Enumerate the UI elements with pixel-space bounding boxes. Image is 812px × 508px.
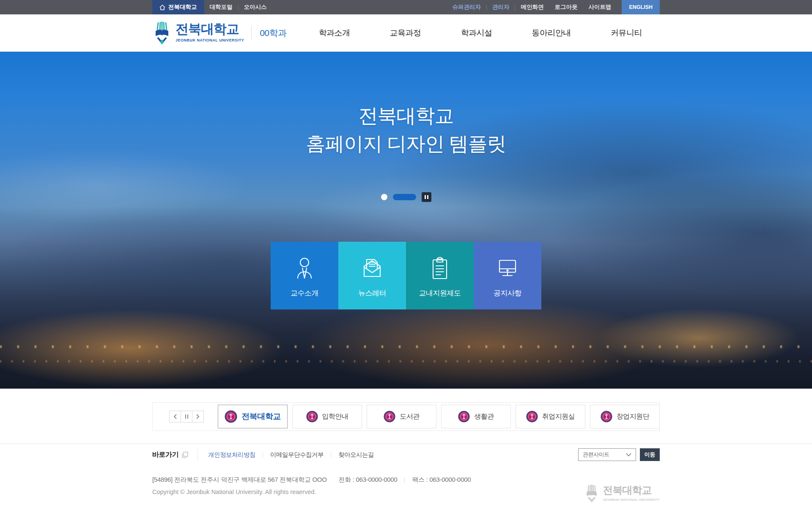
carousel-active-indicator[interactable] [393,194,416,200]
address-row: [54896] 전라북도 전주시 덕진구 백제대로 567 전북대학교 OOO … [152,476,660,484]
footer-bottom: [54896] 전라북도 전주시 덕진구 백제대로 567 전북대학교 OOO … [0,465,812,495]
nav-item-facilities[interactable]: 학과시설 [461,28,492,39]
site-card-label: 도서관 [400,412,420,421]
nav-item-curriculum[interactable]: 교육과정 [390,28,421,39]
site-card-university[interactable]: 전북대학교 [218,405,288,428]
carousel-indicators [0,192,812,202]
footer-link-directions[interactable]: 찾아오시는길 [338,451,374,459]
university-seal-icon [225,410,237,423]
person-icon [293,254,316,282]
english-button[interactable]: ENGLISH [622,0,660,14]
sites-prev-button[interactable] [169,411,181,422]
quick-card-professors[interactable]: 교수소개 [271,242,338,309]
quick-card-label: 공지사항 [494,288,521,298]
site-cards: 전북대학교 입학안내 도서관 [218,405,660,428]
site-card-startup[interactable]: 창업지원단 [590,405,660,428]
hero-banner: 전북대학교 홈페이지 디자인 템플릿 교수소개 [0,52,812,389]
quick-card-newsletter[interactable]: 뉴스레터 [338,242,406,309]
chevron-right-icon [196,414,200,419]
shortcut-label[interactable]: 바로가기 [152,450,178,459]
hero-title: 전북대학교 홈페이지 디자인 템플릿 [0,102,812,157]
sites-pause-button[interactable] [181,411,192,422]
sites-carousel-controls [170,411,204,422]
footer-link-no-email[interactable]: 이메일무단수집거부 [270,451,324,459]
logo-subtitle: JEONBUK NATIONAL UNIVERSITY [176,38,244,42]
university-seal-icon [384,411,395,422]
pause-icon [185,414,188,419]
site-card-label: 전북대학교 [241,411,281,422]
site-card-label: 생활관 [474,412,494,421]
address-text: [54896] 전라북도 전주시 덕진구 백제대로 567 전북대학교 OOO [152,476,327,484]
department-name: 00학과 [260,27,286,39]
hero-title-line2: 홈페이지 디자인 템플릿 [0,130,812,157]
site-card-label: 입학안내 [322,412,348,421]
quick-card-label: 교내지원제도 [419,288,461,298]
footer-links-right: 관련사이트 이동 [578,448,660,461]
university-emblem-icon [584,484,599,503]
sites-next-button[interactable] [192,411,204,422]
home-icon [159,5,165,10]
nav-item-community[interactable]: 커뮤니티 [611,28,642,39]
site-card-library[interactable]: 도서관 [367,405,436,428]
footer-logo-text: 전북대학교 JEONBUK NATIONAL UNIVERSITY [603,485,660,502]
topbar-link-sitemap[interactable]: 사이트맵 [583,3,617,11]
topbar-home-tab[interactable]: 전북대학교 [152,0,204,14]
city-lights-decor [0,360,812,362]
site-card-label: 취업지원실 [542,412,575,421]
footer-logo-title: 전북대학교 [603,485,660,495]
topbar-home-label: 전북대학교 [168,3,197,11]
site-card-label: 창업지원단 [617,412,650,421]
city-lights-decor [0,345,812,348]
quick-card-notice[interactable]: 공지사항 [474,242,541,309]
divider [198,448,198,461]
site-card-admissions[interactable]: 입학안내 [292,405,362,428]
topbar-link-portal[interactable]: 대학포털 [204,3,238,11]
carousel-dot[interactable] [381,194,387,200]
university-emblem-icon [152,22,172,44]
site-card-dormitory[interactable]: 생활관 [441,405,511,428]
nav-item-clubs[interactable]: 동아리안내 [532,28,571,39]
go-button[interactable]: 이동 [640,448,660,461]
carousel-pause-button[interactable] [422,192,431,202]
quick-card-label: 교수소개 [291,288,318,298]
hero-title-line1: 전북대학교 [0,102,812,130]
site-card-career[interactable]: 취업지원실 [516,405,585,428]
fax-text: 팩스 : 063-0000-0000 [412,476,471,484]
page: 전북대학교 대학포털 오아시스 슈퍼관리자 관리자 메인화면 로그아웃 사이트맵… [0,0,812,508]
logo-title: 전북대학교 [176,23,244,36]
copyright-text: Copyright © Jeonbuk National University.… [152,489,660,495]
related-sites-select[interactable]: 관련사이트 [578,448,636,461]
nav-item-about[interactable]: 학과소개 [319,28,350,39]
topbar-link-superadmin[interactable]: 슈퍼관리자 [447,3,486,11]
topbar-left-links: 대학포털 오아시스 [204,0,272,14]
quick-link-cards: 교수소개 뉴스레터 [271,242,541,309]
separator [331,453,331,457]
chevron-left-icon [173,414,177,419]
related-sites-section: 전북대학교 입학안내 도서관 [0,389,812,444]
topbar-link-logout[interactable]: 로그아웃 [549,3,583,11]
header: 전북대학교 JEONBUK NATIONAL UNIVERSITY 00학과 학… [0,14,812,52]
university-seal-icon [526,411,538,422]
university-seal-icon [458,411,470,422]
global-nav: 학과소개 교육과정 학과시설 동아리안내 커뮤니티 [319,28,642,39]
footer-logo: 전북대학교 JEONBUK NATIONAL UNIVERSITY [584,484,660,503]
quick-card-label: 뉴스레터 [358,288,386,298]
quick-card-support[interactable]: 교내지원제도 [406,242,474,309]
clipboard-icon [429,254,450,282]
university-logo[interactable]: 전북대학교 JEONBUK NATIONAL UNIVERSITY [152,22,244,44]
related-sites-select-value: 관련사이트 [583,451,609,458]
chevron-down-icon [626,453,631,456]
phone-text: 전화 : 063-0000-0000 [339,476,398,484]
footer-logo-subtitle: JEONBUK NATIONAL UNIVERSITY [603,498,660,502]
topbar-link-main[interactable]: 메인화면 [515,3,549,11]
logo-text: 전북대학교 JEONBUK NATIONAL UNIVERSITY [176,23,244,43]
monitor-icon [496,254,519,282]
footer-link-privacy[interactable]: 개인정보처리방침 [208,451,255,459]
footer-links-bar: 바로가기 개인정보처리방침 이메일무단수집거부 찾아오시는길 관련사이트 이동 [0,444,812,465]
copy-pages-icon[interactable] [182,452,188,458]
topbar-right-links: 슈퍼관리자 관리자 메인화면 로그아웃 사이트맵 ENGLISH [447,0,660,14]
university-seal-icon [601,411,612,422]
topbar-link-admin[interactable]: 관리자 [487,3,515,11]
divider [251,26,252,40]
topbar-link-oasis[interactable]: 오아시스 [239,3,272,11]
